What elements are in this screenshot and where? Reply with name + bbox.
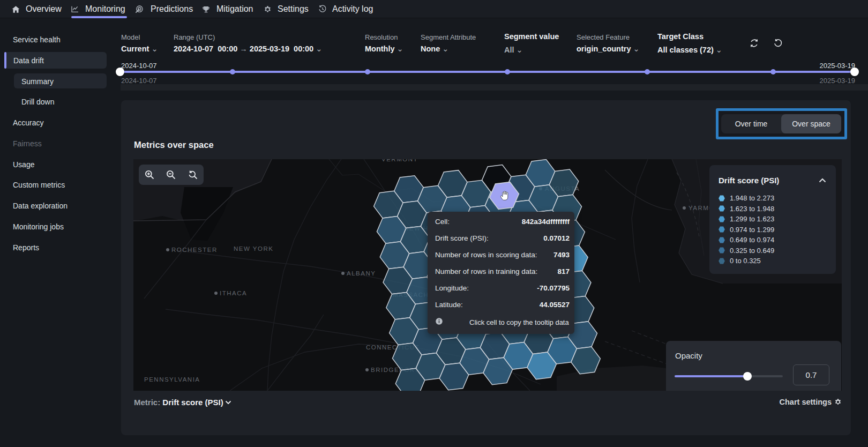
svg-text:NEW YORK: NEW YORK <box>234 245 273 252</box>
svg-text:ROCHESTER: ROCHESTER <box>171 247 218 253</box>
svg-text:ITHACA: ITHACA <box>220 290 247 296</box>
svg-text:VERMONT: VERMONT <box>381 159 418 162</box>
svg-text:PENNSYLVANIA: PENNSYLVANIA <box>144 376 200 383</box>
svg-text:ALBANY: ALBANY <box>347 270 376 277</box>
